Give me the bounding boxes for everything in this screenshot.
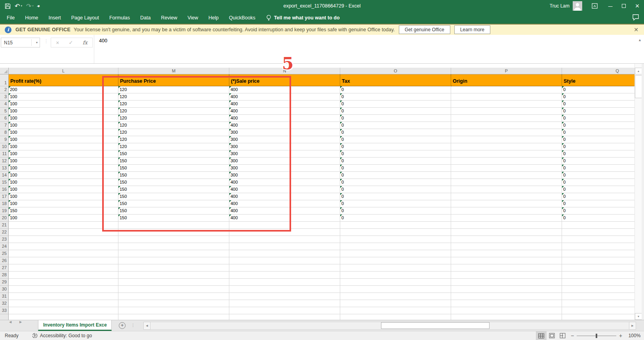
cell-L21[interactable] (9, 222, 118, 229)
minimize-button[interactable]: ─ (604, 0, 617, 12)
cell-P13[interactable] (451, 165, 562, 172)
column-header-P[interactable]: P (451, 68, 562, 74)
cell-O24[interactable] (340, 243, 451, 250)
cell-N18[interactable]: 400 (229, 200, 340, 207)
cell-Q4[interactable]: 0 (562, 101, 634, 108)
cell-M7[interactable]: 120 (118, 122, 229, 129)
row-header-28[interactable]: 28 (0, 272, 9, 279)
row-header-23[interactable]: 23 (0, 236, 9, 243)
cell-L20[interactable]: 100 (9, 215, 118, 222)
cell-O4[interactable]: 0 (340, 101, 451, 108)
scroll-left-icon[interactable]: ◀ (143, 322, 151, 330)
cell-Q20[interactable]: 0 (562, 215, 634, 222)
cell-Q25[interactable] (562, 250, 634, 257)
cell-M11[interactable]: 150 (118, 150, 229, 158)
cell-L18[interactable]: 100 (9, 200, 118, 207)
cell-P15[interactable] (451, 179, 562, 186)
cell-P27[interactable] (451, 264, 562, 272)
accessibility-status[interactable]: Accessibility: Good to go (32, 333, 92, 338)
tell-me-box[interactable]: Tell me what you want to do (266, 15, 340, 21)
cell-L4[interactable]: 100 (9, 101, 118, 108)
insert-function-icon[interactable]: fx (83, 40, 88, 46)
cell-L27[interactable] (9, 264, 118, 272)
ribbon-tab-help[interactable]: Help (203, 12, 224, 24)
cell-N24[interactable] (229, 243, 340, 250)
cell-Q22[interactable] (562, 229, 634, 236)
undo-icon[interactable]: ↶▾ (15, 2, 22, 10)
cell-Q30[interactable] (562, 286, 634, 293)
cell-Q14[interactable]: 0 (562, 172, 634, 179)
row-header-16[interactable]: 16 (0, 186, 9, 193)
ribbon-tab-page-layout[interactable]: Page Layout (66, 12, 104, 24)
cell-L9[interactable]: 100 (9, 136, 118, 143)
page-break-preview-icon[interactable] (557, 331, 568, 340)
row-header-25[interactable]: 25 (0, 250, 9, 257)
cell-L24[interactable] (9, 243, 118, 250)
new-sheet-icon[interactable]: + (119, 322, 126, 329)
cell-L6[interactable]: 100 (9, 115, 118, 122)
horizontal-scrollbar[interactable]: ◀ ▶ (143, 322, 636, 330)
column-header-L[interactable]: L (9, 68, 118, 74)
cell-O18[interactable]: 0 (340, 200, 451, 207)
cell-L32[interactable] (9, 300, 118, 307)
save-icon[interactable] (5, 3, 11, 9)
cell-Q29[interactable] (562, 279, 634, 286)
cell-L30[interactable] (9, 286, 118, 293)
cell-P31[interactable] (451, 293, 562, 300)
cell-P9[interactable] (451, 136, 562, 143)
normal-view-icon[interactable] (536, 331, 547, 340)
cell-N21[interactable] (229, 222, 340, 229)
ribbon-tab-view[interactable]: View (182, 12, 203, 24)
row-header-4[interactable]: 4 (0, 101, 9, 108)
cell-M32[interactable] (118, 300, 229, 307)
cell-Q5[interactable]: 0 (562, 108, 634, 115)
cell-L2[interactable]: 200 (9, 86, 118, 93)
cell-O29[interactable] (340, 279, 451, 286)
cell-N17[interactable]: 400 (229, 193, 340, 200)
cell-L5[interactable]: 100 (9, 108, 118, 115)
cell-M12[interactable]: 150 (118, 158, 229, 165)
cell-N23[interactable] (229, 236, 340, 243)
zoom-slider[interactable] (577, 331, 616, 340)
ribbon-display-options-icon[interactable] (588, 0, 601, 12)
name-box-dropdown-icon[interactable]: ▾ (36, 41, 38, 44)
cell-Q7[interactable]: 0 (562, 122, 634, 129)
vertical-scrollbar-thumb[interactable] (635, 75, 642, 98)
name-box[interactable]: N15 ▾ (1, 38, 40, 47)
cell-P25[interactable] (451, 250, 562, 257)
cell-M9[interactable]: 120 (118, 136, 229, 143)
cell-Q6[interactable]: 0 (562, 115, 634, 122)
cell-N3[interactable]: 400 (229, 93, 340, 101)
cell-Q12[interactable]: 0 (562, 158, 634, 165)
cell-O21[interactable] (340, 222, 451, 229)
cell-Q33[interactable] (562, 307, 634, 314)
cell-N2[interactable]: 400 (229, 86, 340, 93)
cell-O7[interactable]: 0 (340, 122, 451, 129)
row-header-27[interactable]: 27 (0, 264, 9, 272)
cell-M21[interactable] (118, 222, 229, 229)
scroll-down-icon[interactable]: ▼ (635, 313, 642, 320)
customize-qat-icon[interactable]: ▾̶ (38, 4, 40, 9)
cell-L14[interactable]: 100 (9, 172, 118, 179)
cell-M15[interactable]: 150 (118, 179, 229, 186)
formula-input[interactable]: 400 (94, 35, 635, 63)
cell-N19[interactable]: 400 (229, 207, 340, 215)
cell-N22[interactable] (229, 229, 340, 236)
cell-O6[interactable]: 0 (340, 115, 451, 122)
cell-N13[interactable]: 300 (229, 165, 340, 172)
sheet-tab-active[interactable]: Inventory Items Import Exce (38, 320, 112, 331)
row-header-33[interactable]: 33 (0, 307, 9, 314)
cell-M14[interactable]: 150 (118, 172, 229, 179)
cell-Q31[interactable] (562, 293, 634, 300)
cell-L7[interactable]: 100 (9, 122, 118, 129)
field-header-P1[interactable]: Origin (451, 74, 562, 86)
cell-Q15[interactable]: 0 (562, 179, 634, 186)
cell-N28[interactable] (229, 272, 340, 279)
row-header-5[interactable]: 5 (0, 108, 9, 115)
column-header-M[interactable]: M (118, 68, 229, 74)
next-sheet-icon[interactable]: ▶ (15, 320, 26, 324)
cell-N33[interactable] (229, 307, 340, 314)
cell-M13[interactable]: 150 (118, 165, 229, 172)
row-header-10[interactable]: 10 (0, 143, 9, 150)
cell-Q10[interactable]: 0 (562, 143, 634, 150)
